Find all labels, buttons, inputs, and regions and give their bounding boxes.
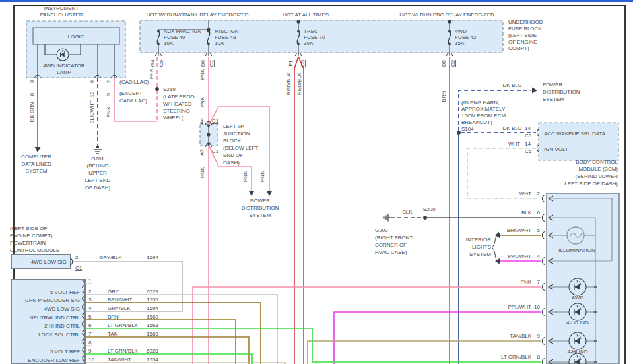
label: (RIGHT FRONT	[375, 235, 413, 241]
label: 1694	[147, 255, 158, 260]
label: 10A	[215, 40, 224, 46]
label: 2	[537, 191, 541, 197]
transfer-case-switch-box	[547, 193, 619, 364]
label: PPL/WHT	[508, 304, 531, 310]
label: JUNCTION	[223, 131, 250, 136]
label: C1	[212, 148, 219, 154]
label: PNK	[149, 68, 154, 79]
junction-dot	[594, 340, 597, 343]
connector-bracket	[542, 338, 545, 345]
label: LIGHTS	[472, 244, 491, 250]
fuse-terminal	[448, 30, 451, 33]
label: (BEHIND	[87, 163, 109, 169]
connector-bracket	[542, 284, 545, 291]
label: 1560	[147, 314, 158, 320]
label: WHT	[508, 141, 520, 147]
label: 14	[525, 141, 531, 147]
label: 2	[106, 80, 112, 83]
label: F1	[288, 60, 294, 67]
label: D5	[441, 59, 447, 67]
label: W/ HEATED	[163, 101, 192, 107]
label: (CADILLAC)	[119, 79, 149, 85]
label: COMPT)	[508, 46, 529, 51]
label: 1554	[147, 357, 158, 363]
connector-bracket	[542, 309, 545, 316]
label: WHEEL)	[163, 115, 183, 121]
label: A4	[199, 118, 205, 125]
label: DASH)	[223, 160, 240, 166]
label: ENCODER LOW REF	[28, 357, 80, 363]
bcm-acc-wakeup: ACC WAKEUP SRL DATA	[544, 131, 606, 136]
label: A3	[199, 149, 205, 156]
label: 7	[88, 331, 92, 337]
label: DISTRIBUTION	[543, 89, 580, 95]
label: (LEFT SIDE OF	[10, 226, 47, 231]
junction-dot	[448, 20, 451, 23]
label: FUSE 42	[455, 34, 477, 40]
label: COMPUTER	[21, 154, 51, 160]
label: 2	[88, 289, 92, 295]
label: 1555	[147, 297, 158, 303]
label: 15A	[455, 40, 465, 46]
label: BLK	[521, 210, 532, 216]
label: 10	[88, 357, 94, 363]
label: 6029	[147, 289, 158, 295]
label: C1	[212, 118, 219, 124]
label: 2	[75, 255, 79, 260]
ground-g201-label: G201	[91, 156, 104, 162]
label: POWER	[543, 82, 562, 88]
label: DK BLU	[503, 125, 522, 131]
label: TREC	[304, 28, 318, 34]
label: POWERTRAIN	[10, 240, 46, 246]
label: BODY CONTROL	[576, 159, 618, 165]
fuse-terminal	[297, 30, 300, 33]
cluster-title: PANEL CLUSTER	[40, 12, 83, 18]
label: APPROXIMATELY	[461, 106, 506, 112]
label: AUX HVAC-IGN	[164, 28, 201, 34]
connector-bracket	[542, 359, 545, 364]
label: STEERING	[163, 108, 190, 114]
label: 15CM FROM ECM	[461, 113, 506, 119]
label: DATA LINES	[21, 161, 51, 167]
label: C5	[525, 148, 532, 154]
pcm-label: CONTROL MODULE	[10, 247, 59, 253]
label: BREAKOUT)	[461, 119, 492, 125]
window-top-strip	[0, 0, 633, 2]
label: BRN	[441, 90, 447, 102]
label: 4WD LOW SIG	[31, 259, 67, 265]
label: CORNER OF	[375, 242, 407, 248]
label: INTERIOR	[466, 237, 491, 243]
wire-red-blk-1	[294, 57, 298, 364]
fuse-terminal	[207, 43, 210, 46]
label: LAMP	[57, 69, 71, 75]
label: FUSE 70	[304, 34, 325, 40]
label: 5 VOLT REF	[50, 349, 80, 355]
label: 1563	[147, 322, 158, 328]
bcm-box	[539, 123, 618, 160]
bcm-ign-volt: IGN VOLT	[544, 146, 568, 152]
label: C2	[450, 59, 456, 67]
header-hot-pbc: HOT W/ RUN PBC RELAY ENERGIZED	[399, 12, 494, 18]
label: TAN	[108, 331, 118, 337]
label: END OF	[223, 152, 243, 158]
label: 10A	[164, 40, 174, 46]
label: PNK	[199, 69, 205, 80]
label: LOCK SOL CTRL	[38, 332, 80, 338]
fuse-terminal	[448, 43, 451, 46]
label: NEUTRAL IND CTRL	[30, 315, 81, 320]
label: G4	[150, 59, 156, 67]
junction-dot	[207, 28, 210, 31]
4lo-label: 4-LO IND	[566, 320, 589, 326]
label: (BELOW LEFT	[223, 145, 258, 151]
label: OF DASH)	[85, 185, 111, 191]
illumination-label: ILLUMINATION	[558, 247, 595, 253]
label: GRY/BLK	[108, 305, 131, 311]
label: 5	[88, 314, 92, 320]
wiring-diagram-page: INSTRUMENTPANEL CLUSTERLOGIC4WD INDICATO…	[0, 0, 633, 364]
label: D6	[200, 59, 206, 67]
label: LT GRN/BLK	[501, 354, 532, 360]
label: DK GRN	[29, 102, 35, 122]
label: 4WD INDICATOR	[43, 63, 84, 69]
label: BLOCK	[223, 138, 242, 144]
header-hot-runcrank: HOT W/ RUN/CRANK RELAY ENERGIZED	[146, 12, 248, 18]
